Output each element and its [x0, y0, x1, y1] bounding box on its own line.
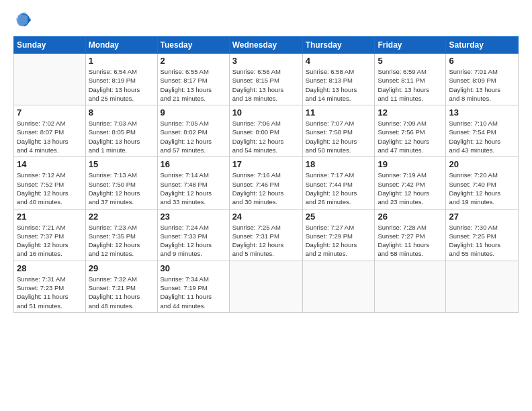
day-cell: 10Sunrise: 7:06 AM Sunset: 8:00 PM Dayli… — [229, 105, 302, 157]
logo — [13, 11, 35, 30]
day-cell: 13Sunrise: 7:10 AM Sunset: 7:54 PM Dayli… — [446, 105, 519, 157]
day-info: Sunrise: 7:20 AM Sunset: 7:40 PM Dayligh… — [449, 171, 515, 206]
day-info: Sunrise: 7:32 AM Sunset: 7:21 PM Dayligh… — [89, 275, 154, 310]
day-info: Sunrise: 6:55 AM Sunset: 8:17 PM Dayligh… — [161, 67, 226, 103]
day-cell: 8Sunrise: 7:03 AM Sunset: 8:05 PM Daylig… — [85, 105, 157, 157]
day-cell: 7Sunrise: 7:02 AM Sunset: 8:07 PM Daylig… — [14, 105, 86, 157]
day-cell: 12Sunrise: 7:09 AM Sunset: 7:56 PM Dayli… — [375, 105, 446, 157]
day-info: Sunrise: 7:09 AM Sunset: 7:56 PM Dayligh… — [378, 119, 443, 154]
week-row-3: 21Sunrise: 7:21 AM Sunset: 7:37 PM Dayli… — [14, 209, 519, 261]
day-number: 5 — [378, 56, 443, 66]
day-number: 24 — [232, 212, 300, 222]
day-cell: 24Sunrise: 7:25 AM Sunset: 7:31 PM Dayli… — [229, 209, 302, 261]
day-cell: 14Sunrise: 7:12 AM Sunset: 7:52 PM Dayli… — [14, 157, 86, 209]
day-number: 19 — [378, 159, 443, 169]
day-cell: 29Sunrise: 7:32 AM Sunset: 7:21 PM Dayli… — [85, 261, 157, 312]
day-number: 2 — [161, 56, 226, 66]
day-info: Sunrise: 7:12 AM Sunset: 7:52 PM Dayligh… — [17, 171, 83, 206]
logo-icon — [13, 11, 32, 30]
weekday-saturday: Saturday — [446, 37, 519, 54]
day-cell: 22Sunrise: 7:23 AM Sunset: 7:35 PM Dayli… — [85, 209, 157, 261]
day-number: 12 — [378, 107, 443, 118]
day-number: 10 — [232, 107, 300, 118]
day-cell: 5Sunrise: 6:59 AM Sunset: 8:11 PM Daylig… — [375, 54, 446, 105]
day-number: 9 — [161, 107, 226, 118]
day-cell — [14, 54, 86, 105]
week-row-2: 14Sunrise: 7:12 AM Sunset: 7:52 PM Dayli… — [14, 157, 519, 209]
day-number: 23 — [161, 212, 226, 222]
day-info: Sunrise: 7:34 AM Sunset: 7:19 PM Dayligh… — [161, 275, 226, 310]
day-info: Sunrise: 6:59 AM Sunset: 8:11 PM Dayligh… — [378, 67, 443, 103]
day-info: Sunrise: 7:02 AM Sunset: 8:07 PM Dayligh… — [17, 119, 83, 154]
day-cell: 1Sunrise: 6:54 AM Sunset: 8:19 PM Daylig… — [85, 54, 157, 105]
day-info: Sunrise: 7:19 AM Sunset: 7:42 PM Dayligh… — [378, 171, 443, 206]
day-info: Sunrise: 7:23 AM Sunset: 7:35 PM Dayligh… — [89, 223, 154, 259]
day-info: Sunrise: 7:28 AM Sunset: 7:27 PM Dayligh… — [378, 223, 443, 259]
day-number: 28 — [17, 263, 83, 273]
day-cell: 27Sunrise: 7:30 AM Sunset: 7:25 PM Dayli… — [446, 209, 519, 261]
day-info: Sunrise: 7:14 AM Sunset: 7:48 PM Dayligh… — [161, 171, 226, 206]
day-number: 7 — [17, 107, 83, 118]
day-info: Sunrise: 7:06 AM Sunset: 8:00 PM Dayligh… — [232, 119, 300, 154]
day-info: Sunrise: 7:03 AM Sunset: 8:05 PM Dayligh… — [89, 119, 154, 154]
weekday-thursday: Thursday — [302, 37, 375, 54]
day-number: 17 — [232, 159, 300, 169]
day-number: 14 — [17, 159, 83, 169]
day-cell — [229, 261, 302, 312]
calendar-table: SundayMondayTuesdayWednesdayThursdayFrid… — [13, 36, 519, 313]
day-info: Sunrise: 7:21 AM Sunset: 7:37 PM Dayligh… — [17, 223, 83, 259]
day-info: Sunrise: 7:17 AM Sunset: 7:44 PM Dayligh… — [306, 171, 372, 206]
week-row-0: 1Sunrise: 6:54 AM Sunset: 8:19 PM Daylig… — [14, 54, 519, 105]
day-number: 4 — [306, 56, 372, 66]
day-info: Sunrise: 7:16 AM Sunset: 7:46 PM Dayligh… — [232, 171, 300, 206]
day-cell: 26Sunrise: 7:28 AM Sunset: 7:27 PM Dayli… — [375, 209, 446, 261]
day-cell: 17Sunrise: 7:16 AM Sunset: 7:46 PM Dayli… — [229, 157, 302, 209]
day-number: 29 — [89, 263, 154, 273]
day-cell: 3Sunrise: 6:56 AM Sunset: 8:15 PM Daylig… — [229, 54, 302, 105]
day-number: 6 — [449, 56, 515, 66]
day-info: Sunrise: 7:31 AM Sunset: 7:23 PM Dayligh… — [17, 275, 83, 310]
day-number: 15 — [89, 159, 154, 169]
day-cell: 30Sunrise: 7:34 AM Sunset: 7:19 PM Dayli… — [157, 261, 229, 312]
day-number: 3 — [232, 56, 300, 66]
weekday-header-row: SundayMondayTuesdayWednesdayThursdayFrid… — [14, 37, 519, 54]
day-number: 25 — [306, 212, 372, 222]
day-number: 26 — [378, 212, 443, 222]
day-info: Sunrise: 7:05 AM Sunset: 8:02 PM Dayligh… — [161, 119, 226, 154]
weekday-wednesday: Wednesday — [229, 37, 302, 54]
day-info: Sunrise: 7:25 AM Sunset: 7:31 PM Dayligh… — [232, 223, 300, 259]
day-number: 20 — [449, 159, 515, 169]
weekday-sunday: Sunday — [14, 37, 86, 54]
weekday-monday: Monday — [85, 37, 157, 54]
day-cell: 4Sunrise: 6:58 AM Sunset: 8:13 PM Daylig… — [302, 54, 375, 105]
weekday-friday: Friday — [375, 37, 446, 54]
day-number: 27 — [449, 212, 515, 222]
day-info: Sunrise: 7:27 AM Sunset: 7:29 PM Dayligh… — [306, 223, 372, 259]
day-info: Sunrise: 7:01 AM Sunset: 8:09 PM Dayligh… — [449, 67, 515, 103]
day-cell: 21Sunrise: 7:21 AM Sunset: 7:37 PM Dayli… — [14, 209, 86, 261]
day-info: Sunrise: 7:13 AM Sunset: 7:50 PM Dayligh… — [89, 171, 154, 206]
day-cell: 9Sunrise: 7:05 AM Sunset: 8:02 PM Daylig… — [157, 105, 229, 157]
day-cell: 28Sunrise: 7:31 AM Sunset: 7:23 PM Dayli… — [14, 261, 86, 312]
day-number: 22 — [89, 212, 154, 222]
day-info: Sunrise: 6:54 AM Sunset: 8:19 PM Dayligh… — [89, 67, 154, 103]
header — [13, 11, 519, 30]
day-info: Sunrise: 6:58 AM Sunset: 8:13 PM Dayligh… — [306, 67, 372, 103]
day-cell: 20Sunrise: 7:20 AM Sunset: 7:40 PM Dayli… — [446, 157, 519, 209]
day-number: 11 — [306, 107, 372, 118]
day-number: 1 — [89, 56, 154, 66]
day-number: 18 — [306, 159, 372, 169]
day-cell: 2Sunrise: 6:55 AM Sunset: 8:17 PM Daylig… — [157, 54, 229, 105]
weekday-tuesday: Tuesday — [157, 37, 229, 54]
day-cell: 15Sunrise: 7:13 AM Sunset: 7:50 PM Dayli… — [85, 157, 157, 209]
day-info: Sunrise: 7:10 AM Sunset: 7:54 PM Dayligh… — [449, 119, 515, 154]
day-number: 13 — [449, 107, 515, 118]
week-row-4: 28Sunrise: 7:31 AM Sunset: 7:23 PM Dayli… — [14, 261, 519, 312]
day-info: Sunrise: 7:24 AM Sunset: 7:33 PM Dayligh… — [161, 223, 226, 259]
day-cell: 19Sunrise: 7:19 AM Sunset: 7:42 PM Dayli… — [375, 157, 446, 209]
day-cell: 25Sunrise: 7:27 AM Sunset: 7:29 PM Dayli… — [302, 209, 375, 261]
day-number: 21 — [17, 212, 83, 222]
day-cell: 16Sunrise: 7:14 AM Sunset: 7:48 PM Dayli… — [157, 157, 229, 209]
day-info: Sunrise: 7:07 AM Sunset: 7:58 PM Dayligh… — [306, 119, 372, 154]
day-cell: 6Sunrise: 7:01 AM Sunset: 8:09 PM Daylig… — [446, 54, 519, 105]
